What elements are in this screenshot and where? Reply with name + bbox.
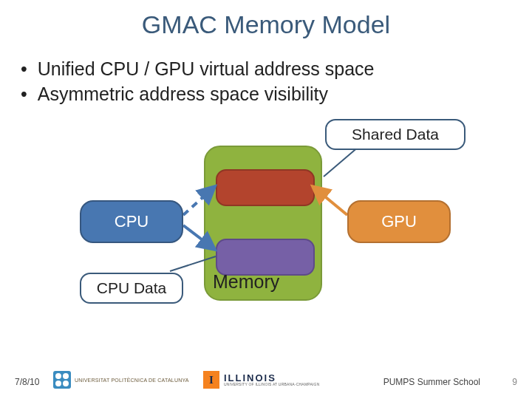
cpu-data-callout: CPU Data (80, 273, 183, 304)
logo-illinois: I ILLINOIS UNIVERSITY OF ILLINOIS AT URB… (203, 371, 319, 389)
page-number: 9 (512, 377, 517, 387)
illinois-icon: I (203, 371, 219, 389)
gpu-node: GPU (347, 200, 451, 243)
cpu-node: CPU (80, 200, 183, 243)
illinois-logo-small: UNIVERSITY OF ILLINOIS AT URBANA-CHAMPAI… (224, 383, 319, 386)
illinois-logo-text: ILLINOIS UNIVERSITY OF ILLINOIS AT URBAN… (224, 373, 319, 386)
bullet-text: Unified CPU / GPU virtual address space (38, 57, 375, 82)
upc-icon (53, 371, 71, 389)
logo-upc: UNIVERSITAT POLITÈCNICA DE CATALUNYA (53, 371, 189, 389)
bullet-text: Asymmetric address space visibility (38, 82, 328, 107)
bullet-item: Asymmetric address space visibility (21, 82, 532, 107)
diagram: CPU GPU Shared Data CPU Data Memory (0, 113, 532, 335)
memory-label: Memory (213, 271, 279, 293)
upc-logo-text: UNIVERSITAT POLITÈCNICA DE CATALUNYA (75, 378, 189, 383)
footer: 7/8/10 UNIVERSITAT POLITÈCNICA DE CATALU… (0, 362, 532, 392)
slide-title: GMAC Memory Model (0, 0, 532, 39)
footer-date: 7/8/10 (15, 377, 39, 387)
bullet-list: Unified CPU / GPU virtual address space … (0, 39, 532, 107)
footer-conference: PUMPS Summer School (383, 377, 480, 387)
shared-data-callout: Shared Data (325, 119, 466, 150)
bullet-item: Unified CPU / GPU virtual address space (21, 57, 532, 82)
